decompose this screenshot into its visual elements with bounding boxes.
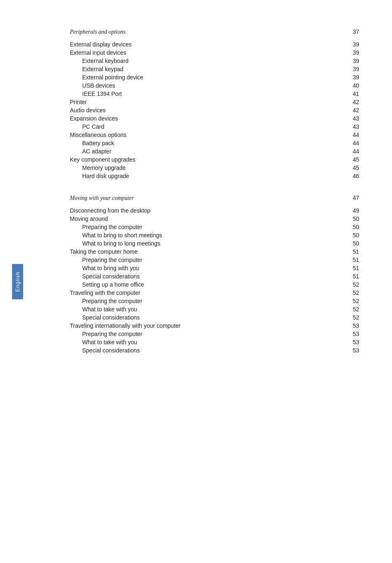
toc-section-header-page: 37 <box>347 28 359 35</box>
toc-entry-page: 51 <box>347 257 359 263</box>
toc-entry-title: External pointing device <box>70 74 143 81</box>
toc-entry-title: Preparing the computer <box>70 331 142 337</box>
toc-entry-page: 46 <box>347 173 359 179</box>
toc-entry-page: 51 <box>347 273 359 280</box>
toc-entry: Traveling with the computer52 <box>70 290 359 296</box>
toc-entry: Traveling internationally with your comp… <box>70 322 359 329</box>
toc-entry-page: 53 <box>347 347 359 354</box>
toc-entry-title: External keyboard <box>70 58 129 64</box>
toc-entry-page: 53 <box>347 322 359 329</box>
toc-entry-title: Moving around <box>70 215 108 222</box>
toc-entry-title: What to bring to short meetings <box>70 232 162 239</box>
toc-entry: External pointing device39 <box>70 74 359 81</box>
toc-section-header: Peripherals and options37 <box>70 25 359 39</box>
toc-entry-title: Preparing the computer <box>70 224 142 230</box>
toc-entry: PC Card43 <box>70 123 359 130</box>
toc-entry: Preparing the computer52 <box>70 298 359 304</box>
toc-entry: Preparing the computer51 <box>70 257 359 263</box>
sidebar-language-tab: English <box>12 264 23 299</box>
toc-entry-page: 45 <box>347 156 359 163</box>
toc-entry: Expansion devices43 <box>70 115 359 122</box>
toc-entry-title: Special considerations <box>70 273 140 280</box>
toc-entry-title: Battery pack <box>70 140 114 146</box>
toc-entry-title: Miscellaneous options <box>70 132 127 138</box>
toc-entry-page: 52 <box>347 314 359 321</box>
toc-entry-page: 50 <box>347 224 359 230</box>
toc-entry: What to take with you52 <box>70 306 359 313</box>
section-spacer <box>70 181 359 191</box>
toc-entry: What to bring to short meetings50 <box>70 232 359 239</box>
toc-entry-title: PC Card <box>70 123 104 130</box>
toc-entry: USB devices40 <box>70 82 359 89</box>
toc-entry-page: 51 <box>347 248 359 255</box>
toc-entry-page: 44 <box>347 140 359 146</box>
toc-entry: Memory upgrade45 <box>70 164 359 171</box>
toc-section-header-title: Moving with your computer <box>70 195 134 202</box>
toc-entry-title: Disconnecting from the desktop <box>70 207 150 214</box>
toc-entry: Battery pack44 <box>70 140 359 146</box>
toc-section-header-page: 47 <box>347 195 359 201</box>
toc-entry-page: 52 <box>347 306 359 313</box>
toc-entry-page: 53 <box>347 339 359 345</box>
toc-entry-title: Traveling internationally with your comp… <box>70 322 181 329</box>
toc-entry-title: External input devices <box>70 49 126 56</box>
toc-entry: Moving around50 <box>70 215 359 222</box>
toc-entry-title: Setting up a home office <box>70 281 144 288</box>
toc-entry-title: Audio devices <box>70 107 106 114</box>
toc-entry-title: Memory upgrade <box>70 164 126 171</box>
toc-entry: Printer42 <box>70 99 359 105</box>
toc-entry: External display devices39 <box>70 41 359 48</box>
toc-entry-title: What to bring to long meetings <box>70 240 160 247</box>
toc-entry: What to bring to long meetings50 <box>70 240 359 247</box>
toc-entry-page: 52 <box>347 281 359 288</box>
toc-entry-page: 50 <box>347 240 359 247</box>
toc-entry-title: IEEE 1394 Port <box>70 90 122 97</box>
toc-entry-page: 44 <box>347 148 359 155</box>
toc-section-header: Moving with your computer47 <box>70 191 359 206</box>
toc-entry-title: AC adapter <box>70 148 111 155</box>
toc-entry-page: 43 <box>347 123 359 130</box>
toc-entry-page: 49 <box>347 207 359 214</box>
toc-entry-title: Taking the computer home <box>70 248 138 255</box>
toc-entry-page: 41 <box>347 90 359 97</box>
toc-container: Peripherals and options37External displa… <box>70 25 359 354</box>
toc-entry-page: 53 <box>347 331 359 337</box>
toc-entry-title: External keypad <box>70 66 123 72</box>
toc-entry-title: External display devices <box>70 41 131 48</box>
toc-entry-page: 39 <box>347 49 359 56</box>
toc-entry-page: 40 <box>347 82 359 89</box>
toc-entry: Special considerations53 <box>70 347 359 354</box>
toc-entry: Audio devices42 <box>70 107 359 114</box>
toc-entry-title: USB devices <box>70 82 115 89</box>
toc-section-header-title: Peripherals and options <box>70 29 125 35</box>
toc-entry-page: 45 <box>347 164 359 171</box>
toc-entry-title: Traveling with the computer <box>70 290 140 296</box>
toc-entry: External keypad39 <box>70 66 359 72</box>
toc-entry-title: Printer <box>70 99 87 105</box>
toc-entry: Preparing the computer53 <box>70 331 359 337</box>
toc-entry-title: Special considerations <box>70 347 140 354</box>
toc-entry-title: Expansion devices <box>70 115 118 122</box>
toc-entry-page: 42 <box>347 107 359 114</box>
toc-entry-page: 43 <box>347 115 359 122</box>
toc-entry: Hard disk upgrade46 <box>70 173 359 179</box>
toc-entry: Taking the computer home51 <box>70 248 359 255</box>
toc-entry-title: Preparing the computer <box>70 298 142 304</box>
toc-entry: External keyboard39 <box>70 58 359 64</box>
toc-entry-title: What to take with you <box>70 339 137 345</box>
toc-entry: What to bring with you51 <box>70 265 359 271</box>
toc-entry: IEEE 1394 Port41 <box>70 90 359 97</box>
toc-entry: Disconnecting from the desktop49 <box>70 207 359 214</box>
toc-entry-title: What to take with you <box>70 306 137 313</box>
toc-entry-page: 39 <box>347 66 359 72</box>
toc-content: Peripherals and options37External displa… <box>21 0 392 380</box>
toc-entry-title: Special considerations <box>70 314 140 321</box>
toc-entry: Special considerations51 <box>70 273 359 280</box>
toc-entry: External input devices39 <box>70 49 359 56</box>
toc-entry: Setting up a home office52 <box>70 281 359 288</box>
toc-entry-page: 39 <box>347 74 359 81</box>
toc-entry-title: Key component upgrades <box>70 156 136 163</box>
toc-entry-page: 51 <box>347 265 359 271</box>
toc-entry: Preparing the computer50 <box>70 224 359 230</box>
toc-entry-title: Preparing the computer <box>70 257 142 263</box>
